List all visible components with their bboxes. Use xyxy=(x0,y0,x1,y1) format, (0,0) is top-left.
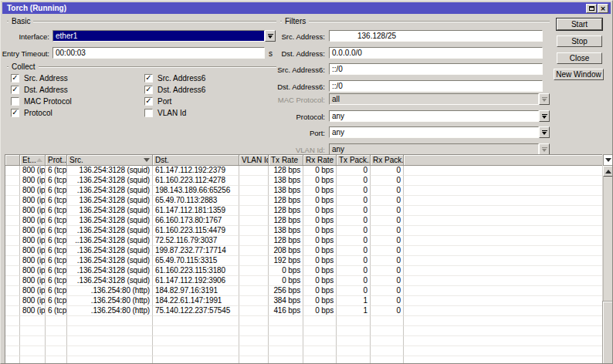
column-header-vlan-id[interactable]: VLAN Id xyxy=(239,155,269,166)
column-header-prot[interactable]: Prot... xyxy=(46,155,67,166)
table-row[interactable]: 800 (ip)6 (tcp).136.254:3128 (squid)198.… xyxy=(5,186,602,196)
filter-field-dst-address[interactable]: 0.0.0.0/0 xyxy=(329,47,543,59)
table-cell-flags xyxy=(5,196,20,206)
table-row-empty[interactable] xyxy=(5,336,602,346)
table-row[interactable]: 800 (ip)6 (tcp).136.254:80 (http)75.140.… xyxy=(5,306,602,316)
scrollbar-thumb[interactable] xyxy=(603,302,613,364)
table-cell-dst xyxy=(153,316,239,326)
table-row[interactable]: 800 (ip)6 (tcp)..136.254:3128 (squid)72.… xyxy=(5,236,602,246)
column-header-rx-rate[interactable]: Rx Rate xyxy=(303,155,337,166)
interface-select[interactable]: ether1 xyxy=(52,30,265,42)
checkbox-port[interactable]: ✓ xyxy=(144,97,153,106)
table-cell-et: 800 (ip) xyxy=(20,296,46,306)
close-button[interactable]: Close xyxy=(557,52,602,64)
table-row[interactable]: 800 (ip)6 (tcp).136.254:3128 (squid)65.4… xyxy=(5,256,602,266)
maximize-button[interactable] xyxy=(586,4,597,13)
table-row[interactable]: 800 (ip)6 (tcp)136.254:3128 (squid)65.49… xyxy=(5,196,602,206)
table-cell-rx-rate: 0 bps xyxy=(303,266,337,276)
entry-timeout-input[interactable]: 00:00:03 xyxy=(52,47,265,59)
table-row[interactable]: 800 (ip)6 (tcp)136.254:3128 (squid)61.14… xyxy=(5,166,602,176)
start-button[interactable]: Start xyxy=(557,19,602,30)
stop-button[interactable]: Stop xyxy=(557,35,602,47)
table-cell-rx-rate: 0 bps xyxy=(303,206,337,216)
table-row[interactable]: 800 (ip)6 (tcp)136.254:3128 (squid)61.14… xyxy=(5,206,602,216)
checkbox-mac-protocol[interactable] xyxy=(11,97,19,106)
checkbox-label: Port xyxy=(157,97,171,106)
table-cell-vlan-id xyxy=(239,326,269,336)
table-row-empty[interactable] xyxy=(5,316,602,326)
filter-field-port[interactable]: any xyxy=(329,126,539,138)
table-cell-prot xyxy=(46,326,67,336)
dropdown-button-vlan-id[interactable] xyxy=(539,143,550,155)
table-cell-tx-rate: 128 bps xyxy=(269,216,303,226)
table-row[interactable]: 800 (ip)6 (tcp).136.254:3128 (squid)61.1… xyxy=(5,176,602,186)
column-header-et[interactable]: Et... xyxy=(20,155,46,166)
table-row[interactable]: 800 (ip)6 (tcp).136.254:3128 (squid)61.1… xyxy=(5,226,602,236)
titlebar[interactable]: Torch (Running) × xyxy=(2,2,611,14)
collect-group-line xyxy=(7,66,276,68)
dropdown-button-mac-protocol[interactable] xyxy=(539,93,550,105)
table-row[interactable]: 800 (ip)6 (tcp).136.254:3128 (squid)61.1… xyxy=(5,276,602,286)
column-header-src[interactable]: Src. xyxy=(67,155,153,166)
table-cell-rx-rate: 0 bps xyxy=(303,296,337,306)
checkbox-label: MAC Protocol xyxy=(24,97,72,106)
table-row[interactable]: 800 (ip)6 (tcp).136.254:80 (http)184.82.… xyxy=(5,286,602,296)
filter-field-protocol[interactable]: any xyxy=(329,110,539,122)
table-cell-tx-pack xyxy=(337,316,371,326)
table-cell-src: 136.254:3128 (squid) xyxy=(67,166,153,176)
checkbox-protocol[interactable]: ✓ xyxy=(11,109,19,117)
dropdown-button-port[interactable] xyxy=(539,126,550,138)
checkbox-vlan-id[interactable] xyxy=(144,109,153,117)
collect-item-dst-address6: ✓Dst. Address6 xyxy=(144,85,205,94)
checkbox-src-address[interactable]: ✓ xyxy=(11,74,19,83)
table-cell-rx-pack: 0 xyxy=(371,166,404,176)
column-select-button[interactable] xyxy=(603,154,613,166)
filter-field-dst-address6[interactable]: ::/0 xyxy=(329,80,543,92)
table-cell-src: .136.254:3128 (squid) xyxy=(67,266,153,276)
table-cell-rx-rate xyxy=(303,336,337,346)
filter-field-vlan-id[interactable]: any xyxy=(329,143,539,155)
table-cell-et: 800 (ip) xyxy=(20,276,46,286)
interface-label: Interface: xyxy=(1,32,49,41)
table-cell-tx-pack: 1 xyxy=(337,306,371,316)
table-cell-dst: 61.147.112.192:3906 xyxy=(153,276,239,286)
filter-field-src-address[interactable]: 136.128/25 xyxy=(329,30,543,42)
table-cell-tx-rate: 384 bps xyxy=(269,296,303,306)
table-cell-src: .136.254:3128 (squid) xyxy=(67,226,153,236)
dropdown-button-protocol[interactable] xyxy=(539,110,550,122)
table-cell-flags xyxy=(5,296,20,306)
column-header-rx-pack[interactable]: Rx Pack... xyxy=(371,155,404,166)
table-row[interactable]: 800 (ip)6 (tcp).136.254:80 (http)184.22.… xyxy=(5,296,602,306)
table-row-empty[interactable] xyxy=(5,356,602,364)
table-row[interactable]: 800 (ip)6 (tcp)136.254:3128 (squid)66.16… xyxy=(5,216,602,226)
filter-field-src-address6[interactable]: ::/0 xyxy=(329,63,543,75)
table-cell-dst: 61.147.112.181:1359 xyxy=(153,206,239,216)
scrollbar-up-button[interactable] xyxy=(603,166,613,177)
close-button[interactable]: × xyxy=(598,4,608,13)
filter-label-src-address: Src. Address: xyxy=(256,32,325,41)
table-cell-filler xyxy=(404,176,602,186)
table-cell-rx-pack: 0 xyxy=(371,296,404,306)
check-icon: ✓ xyxy=(12,74,18,81)
table-cell-et: 800 (ip) xyxy=(20,256,46,266)
table-row-empty[interactable] xyxy=(5,326,602,336)
filter-field-mac-protocol[interactable]: all xyxy=(329,93,539,105)
column-header-tx-rate[interactable]: Tx Rate xyxy=(269,155,303,166)
column-header-flags[interactable] xyxy=(5,155,20,166)
column-header-tx-pack[interactable]: Tx Pack... xyxy=(337,155,371,166)
table-row[interactable]: 800 (ip)6 (tcp).136.254:3128 (squid)61.1… xyxy=(5,266,602,276)
sort-desc-icon xyxy=(144,158,150,162)
table-row-empty[interactable] xyxy=(5,346,602,356)
table-cell-prot xyxy=(46,356,67,364)
checkbox-src-address6[interactable]: ✓ xyxy=(144,74,153,83)
table-cell-flags xyxy=(5,326,20,336)
column-header-filler xyxy=(404,155,602,166)
table-cell-prot xyxy=(46,316,67,326)
table-row[interactable]: 800 (ip)6 (tcp).136.254:3128 (squid)199.… xyxy=(5,246,602,256)
checkbox-dst-address6[interactable]: ✓ xyxy=(144,86,153,94)
column-header-dst[interactable]: Dst. xyxy=(153,155,239,166)
table-cell-vlan-id xyxy=(239,166,269,176)
checkbox-dst-address[interactable]: ✓ xyxy=(11,86,19,94)
new-window-button[interactable]: New Window xyxy=(554,69,604,80)
table-cell-prot xyxy=(46,346,67,356)
